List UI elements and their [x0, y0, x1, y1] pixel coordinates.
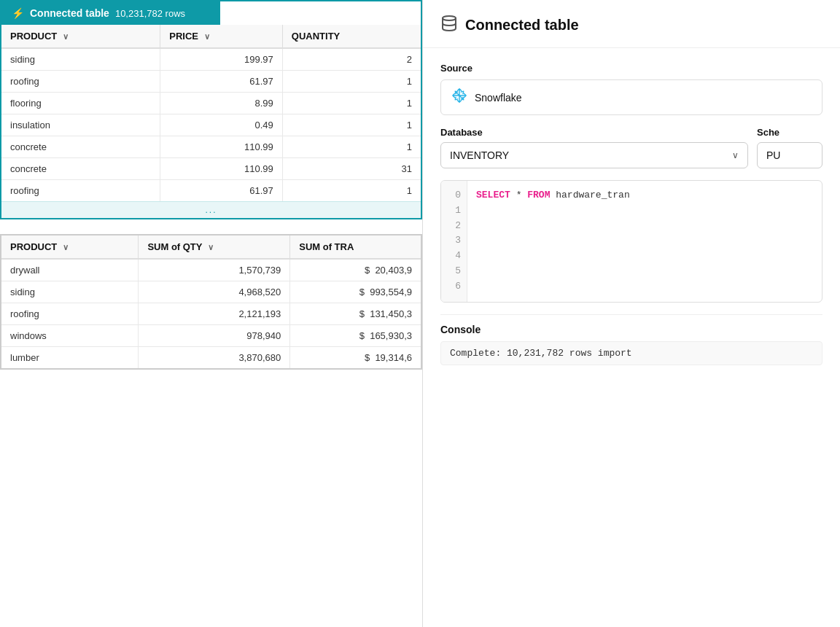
panel-title: Connected table [440, 15, 822, 36]
cell-sum-tra: $ 19,314,6 [290, 347, 421, 369]
cell-product: lumber [1, 347, 139, 369]
cell-sum-tra: $ 131,450,3 [290, 303, 421, 325]
table-row: windows 978,940 $ 165,930,3 [1, 325, 421, 347]
connected-table-header: ⚡ Connected table 10,231,782 rows [1, 1, 220, 25]
cell-product: flooring [1, 93, 160, 114]
bolt-icon: ⚡ [12, 7, 24, 19]
sort-icon-product: ∨ [63, 32, 69, 41]
cell-product: siding [1, 281, 139, 303]
cell-sum-qty: 1,570,739 [139, 259, 290, 281]
line-number: 1 [447, 203, 461, 219]
top-data-table: PRODUCT ∨ PRICE ∨ QUANTITY siding 199.97 [1, 25, 421, 201]
col-header-price[interactable]: PRICE ∨ [160, 25, 283, 48]
panel-title-text: Connected table [465, 17, 579, 34]
cell-price: 61.97 [160, 180, 283, 202]
cell-price: 110.99 [160, 136, 283, 158]
sort-icon-product-2: ∨ [63, 243, 69, 252]
table-row: concrete 110.99 31 [1, 158, 421, 180]
cell-sum-tra: $ 20,403,9 [290, 259, 421, 281]
database-value: INVENTORY [450, 149, 509, 161]
col-header-product-2[interactable]: PRODUCT ∨ [1, 235, 139, 259]
line-numbers: 0 1 2 3 4 5 6 [441, 181, 467, 302]
table-row: lumber 3,870,680 $ 19,314,6 [1, 347, 421, 369]
code-line-1 [476, 203, 813, 219]
cell-qty: 1 [282, 93, 421, 114]
console-output: Complete: 10,231,782 rows import [440, 341, 822, 365]
more-columns-indicator: ... [1, 201, 421, 218]
line-number: 0 [447, 188, 461, 203]
bottom-data-table: PRODUCT ∨ SUM of QTY ∨ SUM of TRA drywal… [1, 235, 421, 368]
code-editor[interactable]: 0 1 2 3 4 5 6 SELECT * FROM hardware_tra… [440, 180, 822, 303]
cell-sum-tra: $ 993,554,9 [290, 281, 421, 303]
database-icon [440, 15, 458, 36]
cell-qty: 1 [282, 71, 421, 93]
cell-qty: 1 [282, 136, 421, 158]
svg-point-0 [443, 16, 456, 20]
cell-sum-tra: $ 165,930,3 [290, 325, 421, 347]
cell-price: 8.99 [160, 93, 283, 114]
source-label: Source [440, 63, 822, 74]
cell-sum-qty: 3,870,680 [139, 347, 290, 369]
cell-price: 0.49 [160, 114, 283, 136]
right-panel: Connected table Source Snowflake Databas… [423, 0, 840, 627]
schema-field-label: Sche [757, 127, 822, 138]
line-number: 3 [447, 233, 461, 249]
source-box[interactable]: Snowflake [440, 79, 822, 115]
table-spacer [0, 219, 422, 234]
cell-sum-qty: 4,968,520 [139, 281, 290, 303]
console-label: Console [440, 324, 822, 335]
table-row: siding 4,968,520 $ 993,554,9 [1, 281, 421, 303]
cell-sum-qty: 2,121,193 [139, 303, 290, 325]
sort-icon-price: ∨ [204, 32, 210, 41]
top-table-container: ⚡ Connected table 10,231,782 rows PRODUC… [0, 0, 422, 219]
keyword-from: FROM [527, 190, 550, 200]
table-row: flooring 8.99 1 [1, 93, 421, 114]
table-row: siding 199.97 2 [1, 48, 421, 71]
line-number: 5 [447, 264, 461, 279]
cell-price: 61.97 [160, 71, 283, 93]
cell-product: concrete [1, 136, 160, 158]
cell-qty: 1 [282, 114, 421, 136]
source-name: Snowflake [475, 92, 522, 104]
cell-product: roofing [1, 180, 160, 202]
table-row: concrete 110.99 1 [1, 136, 421, 158]
panel-header: Connected table [423, 0, 840, 48]
source-section: Source Snowflake [440, 63, 822, 115]
cell-product: roofing [1, 71, 160, 93]
row-count-badge: 10,231,782 rows [115, 8, 185, 19]
chevron-down-icon: ∨ [732, 150, 739, 160]
col-header-sum-qty[interactable]: SUM of QTY ∨ [139, 235, 290, 259]
code-line-3 [476, 233, 813, 249]
code-line-4 [476, 249, 813, 264]
database-select[interactable]: INVENTORY ∨ [440, 142, 748, 168]
panel-body: Source Snowflake Database INVENTORY ∨ [423, 48, 840, 627]
cell-qty: 2 [282, 48, 421, 71]
col-header-sum-tra[interactable]: SUM of TRA [290, 235, 421, 259]
cell-product: windows [1, 325, 139, 347]
schema-field-group: Sche PU [757, 127, 822, 168]
cell-price: 199.97 [160, 48, 283, 71]
cell-product: insulation [1, 114, 160, 136]
table-row: roofing 61.97 1 [1, 71, 421, 93]
col-header-product[interactable]: PRODUCT ∨ [1, 25, 160, 48]
line-number: 2 [447, 219, 461, 234]
bottom-table-container: PRODUCT ∨ SUM of QTY ∨ SUM of TRA drywal… [0, 234, 422, 370]
col-header-quantity[interactable]: QUANTITY [282, 25, 421, 48]
database-field-label: Database [440, 127, 748, 138]
cell-qty: 31 [282, 158, 421, 180]
table-row: drywall 1,570,739 $ 20,403,9 [1, 259, 421, 281]
cell-product: concrete [1, 158, 160, 180]
table-row: roofing 61.97 1 [1, 180, 421, 202]
line-number: 4 [447, 249, 461, 264]
schema-value: PU [757, 142, 822, 168]
console-section: Console Complete: 10,231,782 rows import [440, 314, 822, 365]
cell-price: 110.99 [160, 158, 283, 180]
snowflake-icon [451, 87, 467, 107]
database-field-group: Database INVENTORY ∨ [440, 127, 748, 168]
table-row: insulation 0.49 1 [1, 114, 421, 136]
connected-table-label: Connected table [30, 7, 109, 19]
cell-product: roofing [1, 303, 139, 325]
cell-product: drywall [1, 259, 139, 281]
code-line-2 [476, 219, 813, 234]
code-content: SELECT * FROM hardware_tran [467, 181, 822, 302]
